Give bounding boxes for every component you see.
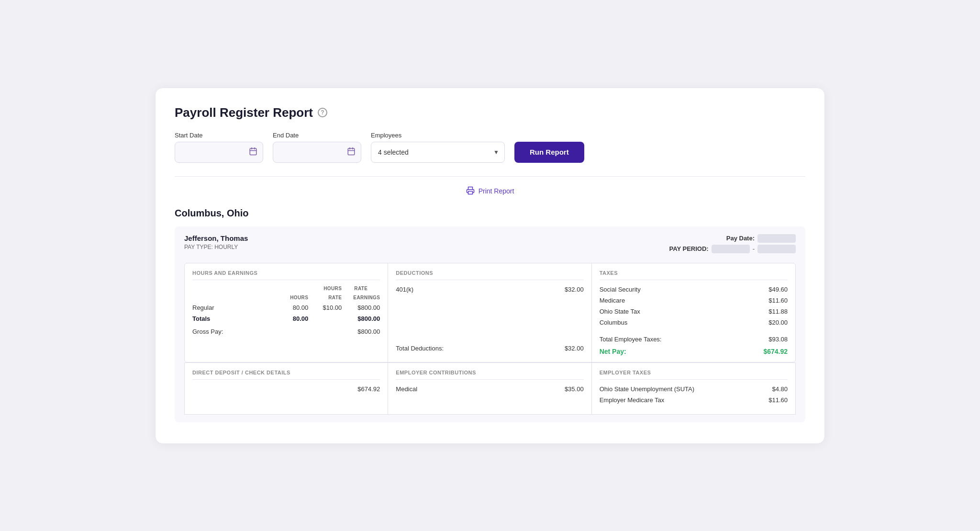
deduction-401k-amount: $32.00 <box>565 286 584 293</box>
start-date-input[interactable] <box>175 142 263 163</box>
taxes-section: TAXES Social Security $49.60 Medicare $1… <box>592 263 795 362</box>
regular-earnings: $800.00 <box>342 304 380 311</box>
gross-pay-value: $800.00 <box>342 328 380 335</box>
gross-pay-label: Gross Pay: <box>192 328 342 335</box>
col-h-hours: HOURS <box>275 295 308 300</box>
medical-row: Medical $35.00 <box>396 385 583 393</box>
medicare-amount: $11.60 <box>768 297 788 304</box>
start-date-group: Start Date <box>175 132 263 163</box>
total-employee-taxes-row: Total Employee Taxes: $93.08 <box>600 332 788 343</box>
deduction-401k-row: 401(k) $32.00 <box>396 286 583 293</box>
deductions-section: DEDUCTIONS 401(k) $32.00 Total Deduction… <box>388 263 591 362</box>
deductions-title: DEDUCTIONS <box>396 270 583 280</box>
employer-contributions-title: EMPLOYER CONTRIBUTIONS <box>396 370 583 380</box>
columbus-tax-amount: $20.00 <box>768 319 788 326</box>
help-icon[interactable]: ? <box>318 108 327 117</box>
employee-header: Jefferson, Thomas PAY TYPE: HOURLY Pay D… <box>184 234 796 255</box>
net-pay-label: Net Pay: <box>600 348 626 355</box>
start-date-wrapper <box>175 142 263 163</box>
total-deductions-label: Total Deductions: <box>396 345 444 352</box>
print-report-label: Print Report <box>479 187 514 195</box>
social-security-row: Social Security $49.60 <box>600 286 788 293</box>
employer-medicare-amount: $11.60 <box>768 396 788 404</box>
pay-date-row: Pay Date: <box>669 234 796 243</box>
hours-earnings-col-headers: HOURS RATE <box>192 286 380 291</box>
employer-medicare-label: Employer Medicare Tax <box>600 396 665 404</box>
top-divider <box>175 176 805 177</box>
total-deductions-row: Total Deductions: $32.00 <box>396 341 583 352</box>
col-h-label <box>192 295 275 300</box>
columbus-tax-label: Columbus <box>600 319 628 326</box>
total-employee-taxes-label: Total Employee Taxes: <box>600 336 662 343</box>
medical-label: Medical <box>396 385 417 393</box>
columbus-tax-row: Columbus $20.00 <box>600 319 788 326</box>
regular-label: Regular <box>192 304 275 311</box>
totals-earnings: $800.00 <box>342 315 380 322</box>
employees-select[interactable]: 4 selected <box>371 142 505 163</box>
suta-row: Ohio State Unemployment (SUTA) $4.80 <box>600 385 788 393</box>
total-employee-taxes-value: $93.08 <box>768 336 788 343</box>
pay-period-dash: - <box>753 245 755 252</box>
suta-label: Ohio State Unemployment (SUTA) <box>600 385 694 393</box>
regular-row: Regular 80.00 $10.00 $800.00 <box>192 304 380 311</box>
totals-row: Totals 80.00 $800.00 <box>192 315 380 322</box>
employees-select-wrapper: 4 selected ▼ <box>371 142 505 163</box>
ohio-state-tax-label: Ohio State Tax <box>600 308 640 315</box>
filters-row: Start Date End Date <box>175 132 805 163</box>
employees-group: Employees 4 selected ▼ <box>371 132 505 163</box>
employee-info-left: Jefferson, Thomas PAY TYPE: HOURLY <box>184 234 248 250</box>
employee-name: Jefferson, Thomas <box>184 234 248 242</box>
start-date-label: Start Date <box>175 132 263 139</box>
end-date-group: End Date <box>273 132 361 163</box>
regular-rate: $10.00 <box>308 304 342 311</box>
net-pay-value: $674.92 <box>763 348 788 355</box>
regular-hours: 80.00 <box>275 304 308 311</box>
hours-earnings-title: HOURS AND EARNINGS <box>192 270 380 280</box>
pay-period-row: PAY PERIOD: - <box>669 245 796 253</box>
total-deductions-value: $32.00 <box>565 345 584 352</box>
pay-date-value <box>757 234 796 243</box>
net-pay-row: Net Pay: $674.92 <box>600 348 788 355</box>
pay-type: PAY TYPE: HOURLY <box>184 244 248 250</box>
social-security-label: Social Security <box>600 286 641 293</box>
end-date-label: End Date <box>273 132 361 139</box>
employer-taxes-title: EMPLOYER TAXES <box>600 370 788 380</box>
pay-period-start <box>712 245 750 253</box>
totals-hours: 80.00 <box>275 315 308 322</box>
employer-contributions-section: EMPLOYER CONTRIBUTIONS Medical $35.00 <box>388 362 591 414</box>
hours-earnings-section: HOURS AND EARNINGS HOURS RATE HOURS RATE… <box>185 263 388 362</box>
direct-deposit-amount: $674.92 <box>192 385 380 393</box>
medical-amount: $35.00 <box>565 385 584 393</box>
bottom-sections-grid: DIRECT DEPOSIT / CHECK DETAILS $674.92 E… <box>184 362 796 415</box>
employee-card: Jefferson, Thomas PAY TYPE: HOURLY Pay D… <box>175 226 805 422</box>
col-h-rate: RATE <box>308 295 342 300</box>
page-title-row: Payroll Register Report ? <box>175 105 805 120</box>
direct-deposit-section: DIRECT DEPOSIT / CHECK DETAILS $674.92 <box>185 362 388 414</box>
social-security-amount: $49.60 <box>768 286 788 293</box>
col-rate-header: RATE <box>342 286 380 291</box>
col-label-empty <box>192 286 313 291</box>
ohio-state-tax-amount: $11.88 <box>768 308 788 315</box>
gross-pay-row: Gross Pay: $800.00 <box>192 328 380 335</box>
employees-label: Employees <box>371 132 505 139</box>
print-report-row: Print Report <box>175 186 805 196</box>
print-report-link[interactable]: Print Report <box>466 186 514 196</box>
direct-deposit-title: DIRECT DEPOSIT / CHECK DETAILS <box>192 370 380 380</box>
taxes-title: TAXES <box>600 270 788 280</box>
medicare-label: Medicare <box>600 297 625 304</box>
ohio-state-tax-row: Ohio State Tax $11.88 <box>600 308 788 315</box>
run-report-button[interactable]: Run Report <box>514 142 584 163</box>
sections-grid: HOURS AND EARNINGS HOURS RATE HOURS RATE… <box>184 263 796 362</box>
end-date-wrapper <box>273 142 361 163</box>
location-title: Columbus, Ohio <box>175 208 805 219</box>
pay-period-end <box>757 245 796 253</box>
pay-period-label: PAY PERIOD: <box>669 245 709 252</box>
deduction-401k-label: 401(k) <box>396 286 413 293</box>
end-date-input[interactable] <box>273 142 361 163</box>
employer-medicare-row: Employer Medicare Tax $11.60 <box>600 396 788 404</box>
totals-label: Totals <box>192 315 275 322</box>
medicare-row: Medicare $11.60 <box>600 297 788 304</box>
svg-rect-8 <box>468 191 472 194</box>
pay-date-label: Pay Date: <box>726 235 755 242</box>
col-hours-header: HOURS <box>313 286 342 291</box>
